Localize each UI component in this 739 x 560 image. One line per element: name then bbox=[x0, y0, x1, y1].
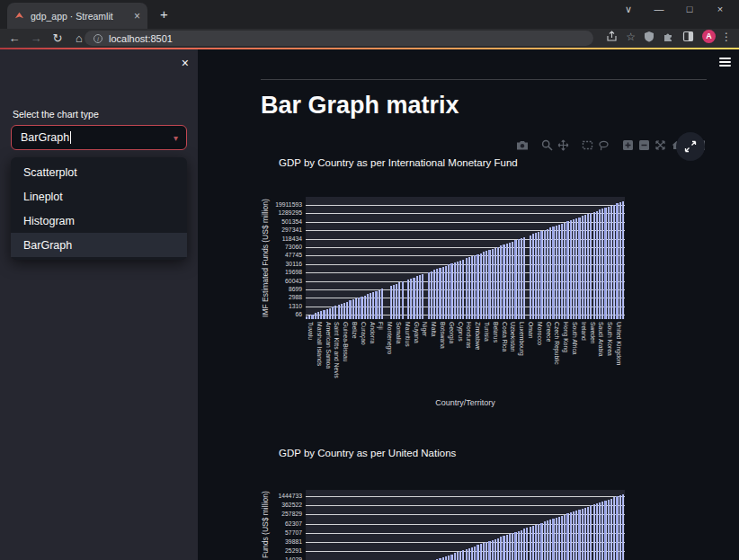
bar[interactable] bbox=[483, 543, 485, 560]
bar[interactable] bbox=[512, 242, 513, 319]
new-tab-button[interactable]: + bbox=[156, 7, 172, 22]
bar[interactable] bbox=[396, 284, 397, 319]
bar[interactable] bbox=[526, 528, 528, 560]
lasso-select-icon[interactable] bbox=[598, 139, 610, 151]
bar[interactable] bbox=[561, 224, 563, 319]
browser-menu-kebab-icon[interactable]: ⋮ bbox=[721, 31, 732, 43]
bar[interactable] bbox=[358, 298, 360, 319]
bar[interactable] bbox=[474, 255, 476, 319]
bar[interactable] bbox=[503, 536, 504, 560]
bar[interactable] bbox=[381, 289, 383, 319]
bar[interactable] bbox=[323, 310, 325, 319]
bar[interactable] bbox=[506, 244, 508, 319]
bar[interactable] bbox=[552, 227, 554, 319]
chevron-down-icon[interactable]: ▾ bbox=[174, 133, 178, 143]
bar[interactable] bbox=[578, 510, 580, 560]
bar[interactable] bbox=[582, 216, 583, 319]
bar[interactable] bbox=[416, 276, 418, 319]
bar[interactable] bbox=[454, 553, 456, 560]
tab-close-icon[interactable]: × bbox=[134, 11, 140, 22]
bar[interactable] bbox=[483, 252, 485, 319]
bar[interactable] bbox=[370, 293, 371, 319]
bar[interactable] bbox=[459, 261, 461, 319]
bar[interactable] bbox=[582, 509, 583, 560]
bar[interactable] bbox=[454, 262, 456, 319]
bar[interactable] bbox=[590, 505, 592, 560]
bar[interactable] bbox=[367, 294, 369, 319]
plot-area[interactable] bbox=[306, 490, 625, 560]
bar[interactable] bbox=[616, 203, 618, 319]
bar[interactable] bbox=[311, 315, 313, 319]
bar[interactable] bbox=[619, 495, 621, 560]
bar[interactable] bbox=[329, 308, 331, 319]
bar[interactable] bbox=[341, 304, 343, 319]
zoom-in-icon[interactable] bbox=[622, 139, 634, 151]
profile-avatar[interactable]: A bbox=[702, 30, 716, 43]
bar[interactable] bbox=[556, 518, 557, 560]
bar[interactable] bbox=[410, 279, 412, 319]
bar[interactable] bbox=[445, 556, 447, 560]
bar[interactable] bbox=[466, 258, 467, 319]
bar[interactable] bbox=[485, 251, 487, 319]
plot-area[interactable] bbox=[306, 197, 625, 319]
bar[interactable] bbox=[518, 239, 520, 319]
bar[interactable] bbox=[398, 282, 400, 319]
app-menu-hamburger-icon[interactable] bbox=[719, 58, 731, 69]
bar[interactable] bbox=[413, 278, 414, 319]
bar[interactable] bbox=[540, 523, 542, 560]
pan-icon[interactable] bbox=[557, 139, 569, 151]
bar[interactable] bbox=[459, 551, 461, 560]
bar[interactable] bbox=[593, 212, 595, 319]
zoom-out-icon[interactable] bbox=[638, 139, 650, 151]
bar[interactable] bbox=[320, 311, 322, 319]
bar[interactable] bbox=[622, 494, 624, 560]
bar[interactable] bbox=[608, 500, 610, 560]
bar[interactable] bbox=[587, 214, 589, 319]
bar[interactable] bbox=[500, 537, 502, 560]
bar[interactable] bbox=[450, 555, 452, 560]
bar[interactable] bbox=[338, 305, 340, 319]
bar[interactable] bbox=[433, 270, 435, 319]
bar[interactable] bbox=[584, 215, 586, 319]
bar[interactable] bbox=[596, 211, 598, 319]
bar[interactable] bbox=[492, 540, 494, 560]
bar[interactable] bbox=[450, 263, 452, 319]
bar[interactable] bbox=[535, 525, 537, 560]
bar[interactable] bbox=[613, 205, 615, 319]
bar[interactable] bbox=[608, 207, 610, 319]
bar[interactable] bbox=[349, 300, 351, 319]
sidebar-close-icon[interactable]: × bbox=[182, 56, 189, 70]
option-bargraph[interactable]: BarGraph bbox=[11, 233, 187, 257]
bar[interactable] bbox=[596, 503, 598, 560]
bar[interactable] bbox=[509, 243, 511, 319]
bar[interactable] bbox=[570, 512, 572, 560]
bar[interactable] bbox=[530, 236, 531, 319]
bar[interactable] bbox=[564, 223, 565, 320]
bar[interactable] bbox=[590, 213, 592, 319]
option-histogram[interactable]: Histogram bbox=[11, 209, 187, 233]
bar[interactable] bbox=[613, 497, 615, 560]
window-minimize-icon[interactable]: — bbox=[644, 0, 674, 20]
bar[interactable] bbox=[471, 547, 473, 560]
box-select-icon[interactable] bbox=[582, 139, 593, 151]
forward-icon[interactable]: → bbox=[25, 31, 47, 45]
tab-search-icon[interactable] bbox=[682, 31, 694, 42]
bar[interactable] bbox=[471, 256, 473, 319]
bar[interactable] bbox=[448, 264, 450, 319]
bar[interactable] bbox=[436, 269, 438, 319]
bar[interactable] bbox=[448, 556, 450, 560]
bar[interactable] bbox=[431, 271, 432, 320]
site-info-icon[interactable]: i bbox=[93, 34, 102, 43]
bar[interactable] bbox=[575, 511, 577, 560]
bar[interactable] bbox=[462, 260, 464, 319]
bar[interactable] bbox=[619, 202, 621, 319]
back-icon[interactable]: ← bbox=[4, 31, 25, 45]
bar[interactable] bbox=[480, 253, 482, 319]
bar[interactable] bbox=[378, 290, 380, 319]
bar[interactable] bbox=[549, 520, 551, 560]
bar[interactable] bbox=[575, 218, 577, 319]
bar[interactable] bbox=[610, 499, 612, 560]
bar[interactable] bbox=[547, 520, 548, 560]
zoom-icon[interactable] bbox=[541, 139, 553, 151]
bar[interactable] bbox=[564, 515, 565, 560]
